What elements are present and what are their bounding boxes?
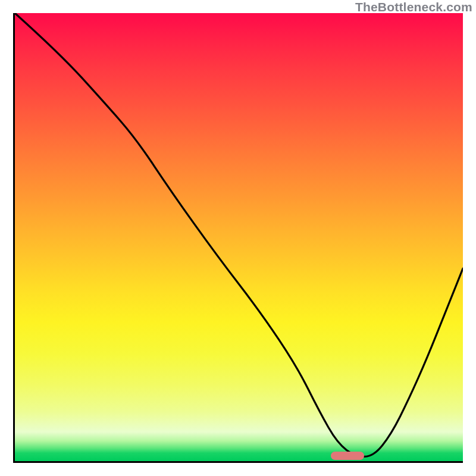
optimal-range-marker — [331, 452, 364, 460]
bottleneck-chart: TheBottleneck.com — [0, 0, 476, 476]
plot-area — [13, 13, 463, 463]
bottleneck-curve — [15, 13, 463, 461]
watermark-text: TheBottleneck.com — [355, 0, 472, 14]
